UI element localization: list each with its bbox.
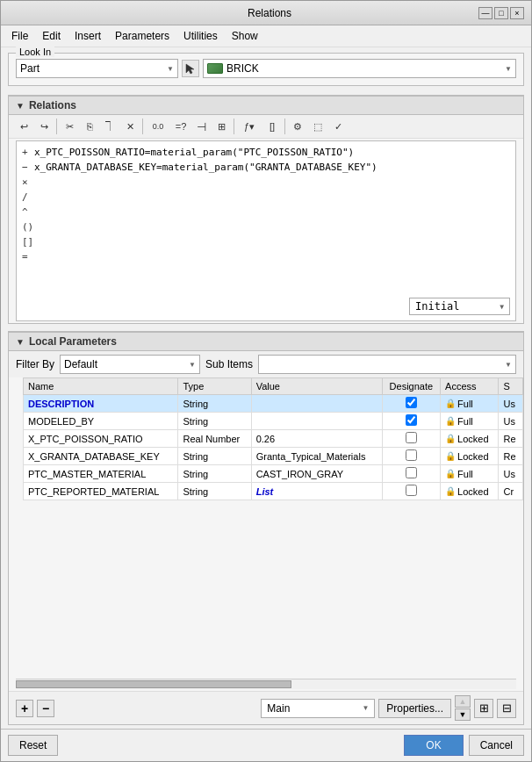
- h-scrollbar[interactable]: [16, 679, 516, 689]
- lock-icon: 🔒: [445, 469, 456, 478]
- brick-select-arrow: ▼: [505, 65, 512, 73]
- check-button[interactable]: ✓: [328, 118, 348, 135]
- table-row[interactable]: PTC_MASTER_MATERIAL String CAST_IRON_GRA…: [24, 465, 523, 483]
- table-row[interactable]: PTC_REPORTED_MATERIAL String List 🔒 Lock…: [24, 483, 523, 500]
- look-in-label: Look In: [16, 47, 54, 57]
- brick-select[interactable]: BRICK ▼: [203, 59, 516, 78]
- cell-access: 🔒 Full: [441, 395, 499, 413]
- menu-utilities[interactable]: Utilities: [176, 27, 225, 45]
- designate-checkbox[interactable]: [406, 397, 417, 408]
- relations-editor[interactable]: + x_PTC_POISSON_RATIO=material_param("PT…: [16, 140, 516, 321]
- cell-name: PTC_REPORTED_MATERIAL: [24, 483, 178, 500]
- table-row[interactable]: MODELED_BY String 🔒 Full Us: [24, 413, 523, 430]
- number-format-button[interactable]: 0.0: [146, 118, 170, 135]
- line-content-2: x_GRANTA_DATABASE_KEY=material_param("GR…: [34, 160, 377, 175]
- sub-items-label: Sub Items: [205, 358, 253, 370]
- cell-designate[interactable]: [382, 395, 440, 413]
- title-bar: Relations — □ ×: [1, 1, 531, 25]
- cell-value: List: [251, 483, 382, 500]
- filter-by-label: Filter By: [16, 358, 54, 370]
- cell-designate[interactable]: [382, 465, 440, 483]
- designate-checkbox[interactable]: [406, 414, 417, 426]
- grid-view-button[interactable]: ⊞: [474, 699, 493, 718]
- up-button[interactable]: ▲: [455, 695, 471, 708]
- col-access: Access: [441, 378, 499, 395]
- cell-access: 🔒 Full: [441, 413, 499, 430]
- cell-s: Us: [499, 465, 523, 483]
- cell-designate[interactable]: [382, 483, 440, 500]
- relations-toolbar: ↩ ↪ ✂ ⎘ ⏋ ✕ 0.0 =? ⊣ ⊞ ƒ▾ [] ⚙ ⬚ ✓: [9, 115, 523, 139]
- editor-line-8: =: [22, 249, 510, 264]
- relations-toggle[interactable]: ▼: [16, 101, 25, 111]
- designate-checkbox[interactable]: [406, 467, 417, 478]
- table-row[interactable]: DESCRIPTION String 🔒 Full Us: [24, 395, 523, 413]
- filter-select[interactable]: Default ▼: [60, 355, 200, 374]
- function-button[interactable]: ƒ▾: [237, 118, 262, 135]
- cell-designate[interactable]: [382, 448, 440, 465]
- col-designate: Designate: [382, 378, 440, 395]
- local-params-group: ▼ Local Parameters Filter By Default ▼ S…: [8, 331, 524, 725]
- cell-designate[interactable]: [382, 430, 440, 448]
- settings-button[interactable]: ⚙: [288, 118, 307, 135]
- remove-param-button[interactable]: −: [37, 700, 54, 717]
- sep3: [234, 119, 234, 134]
- editor-line-7: []: [22, 234, 510, 249]
- params-table-wrapper: Name Type Value Designate Access S DESCR…: [9, 377, 523, 679]
- undo-button[interactable]: ↩: [14, 118, 33, 135]
- initial-dropdown-container: Initial ▼: [409, 298, 510, 315]
- cancel-button[interactable]: Cancel: [469, 735, 524, 756]
- menu-file[interactable]: File: [4, 27, 35, 45]
- switch-button[interactable]: ⊣: [191, 118, 211, 135]
- designate-checkbox[interactable]: [406, 432, 417, 443]
- local-params-toggle[interactable]: ▼: [16, 337, 25, 347]
- editor-line-2: − x_GRANTA_DATABASE_KEY=material_param("…: [22, 160, 510, 175]
- relations-title: Relations: [29, 99, 76, 111]
- table-row[interactable]: X_GRANTA_DATABASE_KEY String Granta_Typi…: [24, 448, 523, 465]
- properties-button[interactable]: Properties...: [378, 699, 451, 718]
- cut-button[interactable]: ✂: [60, 118, 79, 135]
- minimize-button[interactable]: —: [478, 7, 492, 19]
- paste-button[interactable]: ⏋: [100, 118, 119, 135]
- filter-view-button[interactable]: ⊟: [497, 699, 516, 718]
- reset-button[interactable]: Reset: [8, 735, 58, 756]
- editor-line-1: + x_PTC_POISSON_RATIO=material_param("PT…: [22, 145, 510, 160]
- main-select[interactable]: Main ▼: [261, 699, 375, 718]
- params-table: Name Type Value Designate Access S DESCR…: [23, 377, 523, 500]
- maximize-button[interactable]: □: [494, 7, 508, 19]
- cell-access: 🔒 Full: [441, 465, 499, 483]
- cell-name: X_PTC_POISSON_RATIO: [24, 430, 178, 448]
- col-s: S: [499, 378, 523, 395]
- sub-items-select[interactable]: ▼: [258, 355, 516, 374]
- cell-s: Us: [499, 395, 523, 413]
- part-select[interactable]: Part ▼: [16, 59, 178, 78]
- cell-type: String: [178, 413, 251, 430]
- copy-button[interactable]: ⎘: [80, 118, 99, 135]
- delete-button[interactable]: ✕: [120, 118, 140, 135]
- cell-type: Real Number: [178, 430, 251, 448]
- cell-designate[interactable]: [382, 413, 440, 430]
- action-bar: Reset OK Cancel: [1, 729, 531, 761]
- initial-select[interactable]: Initial ▼: [409, 298, 510, 315]
- designate-checkbox[interactable]: [406, 449, 417, 461]
- menu-show[interactable]: Show: [225, 27, 265, 45]
- close-button[interactable]: ×: [510, 7, 524, 19]
- insert-relations-button[interactable]: ⊞: [212, 118, 231, 135]
- line-prefix-2: −: [22, 160, 31, 175]
- cell-value: CAST_IRON_GRAY: [251, 465, 382, 483]
- table-row[interactable]: X_PTC_POISSON_RATIO Real Number 0.26 🔒 L…: [24, 430, 523, 448]
- window-title: Relations: [61, 7, 478, 19]
- down-button[interactable]: ▼: [455, 708, 471, 721]
- verify-button[interactable]: =?: [171, 118, 191, 135]
- sep4: [284, 119, 285, 134]
- menu-insert[interactable]: Insert: [68, 27, 108, 45]
- designate-checkbox[interactable]: [406, 485, 417, 496]
- sub-items-arrow: ▼: [505, 361, 512, 369]
- cursor-button[interactable]: [182, 60, 199, 77]
- add-param-button[interactable]: +: [16, 700, 33, 717]
- expand-button[interactable]: ⬚: [308, 118, 327, 135]
- menu-parameters[interactable]: Parameters: [108, 27, 176, 45]
- brackets-button[interactable]: []: [262, 118, 282, 135]
- redo-button[interactable]: ↪: [34, 118, 54, 135]
- ok-button[interactable]: OK: [404, 735, 463, 756]
- menu-edit[interactable]: Edit: [35, 27, 68, 45]
